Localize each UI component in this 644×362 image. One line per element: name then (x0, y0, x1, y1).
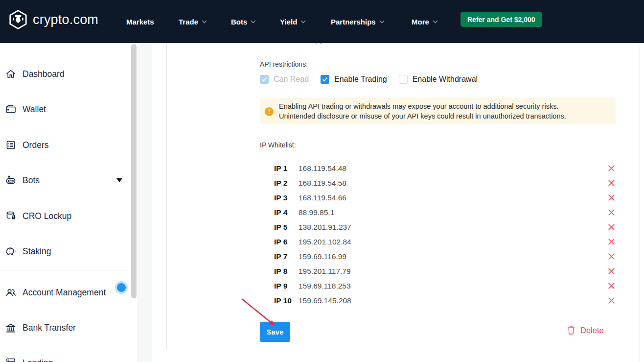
sidebar-item-account-management[interactable]: Account Management (0, 284, 131, 301)
remove-ip-icon[interactable] (608, 165, 615, 172)
nav-item-markets[interactable]: Markets (126, 0, 154, 43)
crypto-com-exchange-page: crypto.com Markets Trade Bots Yield Part… (0, 0, 644, 362)
ip-row-label: IP 8 (274, 267, 299, 276)
sidebar-item-wallet[interactable]: Wallet (0, 100, 131, 118)
sidebar-item-label: Bank Transfer (23, 323, 76, 333)
top-nav: crypto.com Markets Trade Bots Yield Part… (0, 0, 644, 43)
ip-whitelist-row: IP 1 168.119.54.48 (274, 161, 615, 175)
expand-caret-icon[interactable] (116, 178, 122, 182)
ip-row-value: 159.69.116.99 (299, 252, 346, 261)
delete-label: Delete (580, 326, 604, 335)
checkbox-label: Can Read (274, 75, 309, 84)
chevron-down-icon (300, 20, 306, 24)
orders-icon (5, 139, 17, 151)
sidebar-item-label: CRO Lockup (23, 211, 71, 221)
remove-ip-icon[interactable] (608, 282, 615, 290)
nav-item-yield[interactable]: Yield (280, 0, 306, 43)
nav-item-more[interactable]: More (412, 0, 438, 43)
staking-icon (5, 245, 17, 257)
ip-row-label: IP 7 (274, 252, 299, 261)
ip-row-value: 195.201.117.79 (299, 267, 351, 276)
ip-row-label: IP 10 (274, 296, 299, 305)
page-scrollbar-track (640, 43, 640, 362)
sidebar-item-label: Account Management (23, 288, 106, 298)
api-restrictions-checkboxes: Can Read Enable Trading Enable Withdrawa… (260, 75, 489, 84)
ip-row-label: IP 2 (274, 179, 299, 188)
sidebar-item-label: Orders (23, 140, 48, 150)
logo-text: crypto.com (33, 12, 98, 27)
checkbox-checked-disabled-icon (260, 75, 269, 84)
warning-text: Enabling API trading or withdrawals may … (279, 101, 566, 121)
remove-ip-icon[interactable] (608, 267, 615, 275)
sidebar-scrollbar-thumb[interactable] (131, 44, 137, 298)
checkbox-checked-icon[interactable] (321, 75, 329, 84)
warning-line-2: Unintended disclosure or misuse of your … (279, 111, 566, 121)
nav-item-label: Bots (231, 18, 247, 26)
nav-item-label: More (412, 18, 429, 26)
remove-ip-icon[interactable] (608, 238, 615, 245)
sidebar-item-bank-transfer[interactable]: Bank Transfer (0, 319, 131, 337)
lending-icon (5, 357, 17, 362)
ip-row-value: 138.201.91.237 (299, 223, 351, 232)
delete-button[interactable]: Delete (567, 325, 604, 335)
sidebar-item-lending[interactable]: Lending (0, 354, 131, 362)
ip-row-value: 168.119.54.48 (299, 164, 346, 173)
ip-row-label: IP 4 (274, 208, 299, 217)
ip-row-value: 159.69.118.253 (299, 282, 351, 290)
crypto-com-logo[interactable]: crypto.com (8, 9, 98, 30)
ip-row-value: 159.69.145.208 (299, 296, 351, 305)
remove-ip-icon[interactable] (608, 194, 615, 201)
ip-row-label: IP 6 (274, 238, 299, 246)
chevron-down-icon (251, 20, 256, 24)
ip-whitelist-label: IP Whitelist: (260, 141, 296, 149)
nav-item-label: Markets (126, 18, 154, 26)
nav-item-label: Partnerships (331, 18, 376, 26)
remove-ip-icon[interactable] (608, 179, 615, 187)
chevron-down-icon (433, 20, 438, 24)
trash-icon (567, 325, 575, 335)
api-restrictions-label: API restrictions: (260, 60, 308, 68)
checkbox-unchecked-icon[interactable] (399, 75, 408, 84)
sidebar-item-orders[interactable]: Orders (0, 136, 131, 154)
nav-item-bots[interactable]: Bots (231, 0, 256, 43)
checkbox-label: Enable Trading (334, 75, 387, 84)
warning-line-1: Enabling API trading or withdrawals may … (279, 101, 566, 111)
refer-button[interactable]: Refer and Get $2,000 (460, 12, 542, 27)
sidebar-divider (0, 270, 131, 270)
account-management-icon (5, 287, 17, 298)
checkbox-enable-trading[interactable]: Enable Trading (321, 75, 387, 84)
ip-row-value: 168.119.54.66 (299, 193, 346, 202)
ip-row-value: 195.201.102.84 (299, 238, 351, 246)
sidebar-item-label: Bots (23, 175, 40, 186)
nav-item-partnerships[interactable]: Partnerships (331, 0, 385, 43)
checkbox-enable-withdrawal[interactable]: Enable Withdrawal (399, 75, 478, 84)
nav-item-trade[interactable]: Trade (179, 0, 207, 43)
ip-row-label: IP 3 (274, 193, 299, 202)
sidebar-item-label: Staking (23, 246, 51, 257)
ip-whitelist-row: IP 3 168.119.54.66 (274, 191, 615, 205)
checkbox-can-read: Can Read (260, 75, 309, 84)
remove-ip-icon[interactable] (608, 209, 615, 216)
ip-whitelist-row: IP 6 195.201.102.84 (274, 235, 615, 249)
remove-ip-icon[interactable] (608, 223, 615, 231)
wallet-icon (5, 103, 17, 115)
remove-ip-icon[interactable] (608, 297, 615, 304)
ip-row-label: IP 1 (274, 164, 299, 173)
sidebar-item-staking[interactable]: Staking (0, 242, 131, 260)
sidebar-item-cro-lockup[interactable]: CRO Lockup (0, 207, 131, 225)
home-icon (5, 68, 17, 80)
security-warning-banner: Enabling API trading or withdrawals may … (260, 98, 616, 124)
ip-whitelist-row: IP 2 168.119.54.58 (274, 176, 615, 190)
ip-whitelist-row: IP 5 138.201.91.237 (274, 220, 615, 234)
sidebar-item-dashboard[interactable]: Dashboard (0, 65, 131, 83)
remove-ip-icon[interactable] (608, 253, 615, 260)
active-indicator-dot (117, 283, 126, 292)
ip-whitelist-row: IP 4 88.99.85.1 (274, 205, 615, 219)
sidebar-item-label: Lending (23, 358, 53, 362)
cro-lockup-icon (5, 210, 17, 222)
sidebar-item-bots[interactable]: Bots (0, 171, 131, 189)
chevron-down-icon (379, 20, 385, 24)
ip-row-value: 168.119.54.58 (299, 179, 346, 188)
sidebar-item-label: Dashboard (23, 69, 65, 79)
save-button[interactable]: Save (260, 322, 290, 342)
